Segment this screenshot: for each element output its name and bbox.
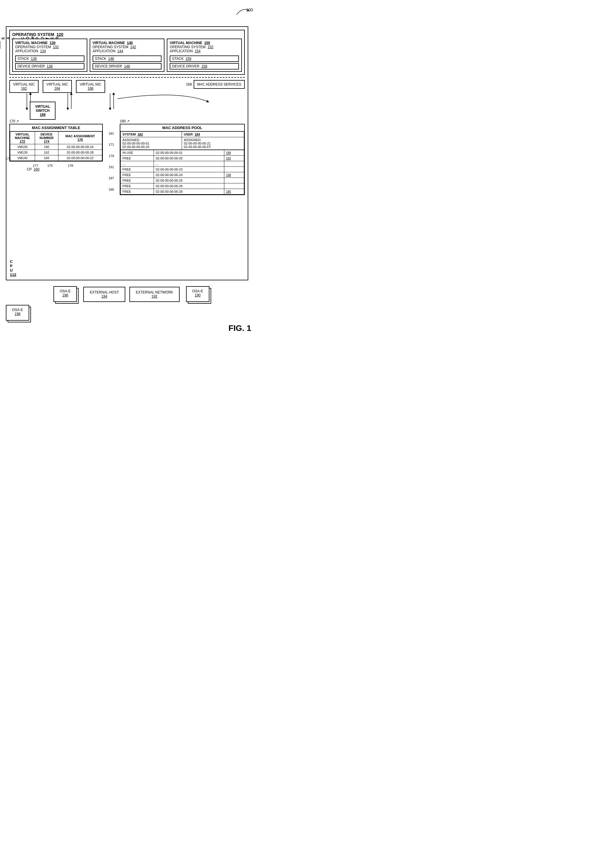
- map-pool-table: IN USE 02-00-00-00-00-01 189 FREE 02-00-…: [121, 150, 244, 194]
- mac-services-container: 168 MAC ADDRESS SERVICES: [186, 80, 245, 89]
- map-title: MAC ADDRESS POOL: [121, 125, 244, 131]
- vm130-stack-dd: STACK 136 DEVICE DRIVER 138: [15, 54, 84, 69]
- pool-row1-mac: 02-00-00-00-00-01: [154, 150, 224, 156]
- map-section: 180 ↗ MAC ADDRESS POOL SYSTEM 182 USER 1…: [120, 119, 245, 195]
- pool-row2-mac: 02-00-00-00-00-02: [154, 156, 224, 161]
- virtual-switch-box: VIRTUALSWITCH169: [30, 101, 56, 120]
- table-row: FREE 02-00-00-00-00-02 183: [121, 156, 244, 161]
- osa-e-190-front: OSA-E190: [186, 286, 209, 302]
- cp-ref: CP 160: [27, 167, 103, 172]
- pool-row4-ref: [224, 167, 244, 172]
- mat-row1-mac: 02-00-00-00-00-24: [59, 144, 102, 150]
- vm150-title: VIRTUAL MACHINE 150: [170, 41, 239, 45]
- vm150-stack: STACK 156: [170, 56, 239, 62]
- os-box: OPERATING SYSTEM 120 VIRTUAL MACHINE 130…: [9, 30, 245, 75]
- vs-ref: 169: [40, 113, 46, 117]
- map-user-label: USER 184: [182, 132, 244, 137]
- vm150-stack-dd: STACK 156 DEVICE DRIVER 158: [170, 54, 239, 69]
- pool-row3-mac: ...: [154, 161, 224, 167]
- mat-section: 170 ↗ MAC ASSIGNMENT TABLE VIRTUALMACHIN…: [9, 119, 103, 195]
- vm-box-130: VIRTUAL MACHINE 130 OPERATING SYSTEM 132…: [12, 38, 87, 72]
- mat-ref-label: 170 ↗: [9, 119, 103, 123]
- os-title: OPERATING SYSTEM 120: [12, 32, 242, 37]
- mac-services-ref-168: 168: [186, 82, 192, 87]
- osa-e-198-front: OSA-E198: [6, 305, 29, 321]
- mac-address-pool: MAC ADDRESS POOL SYSTEM 182 USER 184 ASS…: [120, 124, 245, 195]
- vm140-stack-dd: STACK 146 DEVICE DRIVER 148: [93, 54, 162, 69]
- external-host-box: EXTERNAL HOST194: [83, 287, 125, 302]
- table-row: SYSTEM 182 USER 184: [121, 132, 244, 137]
- vm140-app: APPLICATION 144: [93, 49, 162, 53]
- cpu-label: CPU112: [10, 259, 16, 277]
- middle-refs: 181 171 179 191 187 186: [109, 119, 114, 195]
- ref-186: 186: [109, 188, 114, 191]
- ref-171: 171: [109, 143, 114, 146]
- page: 100 REALCOMPUTER 110 OPERATING SYSTEM 12…: [6, 6, 257, 333]
- pool-row1-ref: 189: [224, 150, 244, 156]
- table-row: FREE 02-00-00-00-00-23: [121, 167, 244, 172]
- ref-179: 179: [109, 154, 114, 158]
- mac-address-services: MAC ADDRESS SERVICES: [194, 80, 245, 89]
- mat-title: MAC ASSIGNMENT TABLE: [10, 125, 102, 131]
- vm130-app: APPLICATION 134: [15, 49, 84, 53]
- vm130-dd: DEVICE DRIVER 138: [15, 63, 84, 69]
- pool-row8-status: FREE: [121, 189, 154, 194]
- osa-e-198-container: OSA-E198: [6, 305, 29, 321]
- nics-group: VIRTUAL NIC162 VIRTUAL NIC164 VIRTUAL NI…: [9, 80, 105, 93]
- pool-row2-ref: 183: [224, 156, 244, 161]
- nic-166: VIRTUAL NIC166: [76, 80, 105, 93]
- map-sys-assigned: ASSIGNED:02-00-00-00-00-0102-00-00-00-00…: [121, 137, 182, 150]
- table-row: ... ...: [121, 161, 244, 167]
- mat-col-device: DEVICENUMBER174: [35, 132, 59, 144]
- pool-row4-mac: 02-00-00-00-00-23: [154, 167, 224, 172]
- ann-173: 173: [5, 157, 10, 160]
- pool-row3-ref: [224, 161, 244, 167]
- pool-row3-status: ...: [121, 161, 154, 167]
- table-row: VM140 166 02-00-00-00-00-22: [10, 155, 102, 161]
- table-row: FREE 02-00-00-00-00-24 188: [121, 172, 244, 178]
- osa-e-196-front: OSA-E196: [53, 286, 77, 302]
- vm130-title: VIRTUAL MACHINE 130: [15, 41, 84, 45]
- pool-row7-status: FREE: [121, 184, 154, 189]
- mac-assignment-table: MAC ASSIGNMENT TABLE VIRTUALMACHINE172 D…: [9, 124, 103, 162]
- pool-row7-ref: [224, 184, 244, 189]
- pool-row4-status: FREE: [121, 167, 154, 172]
- dashed-separator: [9, 77, 245, 78]
- osa-e-196-container: OSA-E196: [53, 286, 77, 302]
- pool-row5-status: FREE: [121, 172, 154, 178]
- table-row: VM150 190 02-00-00-00-00-24: [10, 144, 102, 150]
- table-row: IN USE 02-00-00-00-00-01 189: [121, 150, 244, 156]
- pool-row8-ref: 185: [224, 189, 244, 194]
- bottom-row: OSA-E196 EXTERNAL HOST194 EXTERNAL NETWO…: [6, 286, 257, 302]
- mat-row3-mac: 02-00-00-00-00-22: [59, 155, 102, 161]
- vm140-dd: DEVICE DRIVER 148: [93, 63, 162, 69]
- mat-row3-device: 166: [35, 155, 59, 161]
- table-row: FREE 02-00-00-00-00-28 185: [121, 189, 244, 194]
- ref-187: 187: [109, 176, 114, 180]
- ref-191: 191: [109, 165, 114, 169]
- mat-col-mac: MAC ASSIGNMENT176: [59, 132, 102, 144]
- fig-label: FIG. 1: [6, 323, 257, 333]
- pool-row6-ref: [224, 178, 244, 184]
- pool-row5-mac: 02-00-00-00-00-24: [154, 172, 224, 178]
- map-sys-label: SYSTEM 182: [121, 132, 182, 137]
- vm150-dd: DEVICE DRIVER 158: [170, 63, 239, 69]
- table-row: VM130 162 02-00-00-00-00-28: [10, 150, 102, 155]
- mat-col-vm: VIRTUALMACHINE172: [10, 132, 35, 144]
- vm-box-150: VIRTUAL MACHINE 150 OPERATING SYSTEM 152…: [167, 38, 242, 72]
- table-row: FREE 02-00-00-00-00-26: [121, 184, 244, 189]
- vm-row: VIRTUAL MACHINE 130 OPERATING SYSTEM 132…: [12, 38, 242, 72]
- pool-row5-ref: 188: [224, 172, 244, 178]
- table-row: FREE 02-00-00-00-00-25: [121, 178, 244, 184]
- mat-row1-device: 190: [35, 144, 59, 150]
- ann-175: 175: [47, 164, 53, 167]
- pool-row7-mac: 02-00-00-00-00-26: [154, 184, 224, 189]
- table-row: ASSIGNED:02-00-00-00-00-0102-00-00-00-00…: [121, 137, 244, 150]
- vm150-app: APPLICATION 154: [170, 49, 239, 53]
- pool-row6-status: FREE: [121, 178, 154, 184]
- ref-100-label: 100: [246, 7, 253, 12]
- ref-181: 181: [109, 132, 114, 135]
- vm140-stack: STACK 146: [93, 56, 162, 62]
- mat-row2-device: 162: [35, 150, 59, 155]
- mat-row3-vm: VM140: [10, 155, 35, 161]
